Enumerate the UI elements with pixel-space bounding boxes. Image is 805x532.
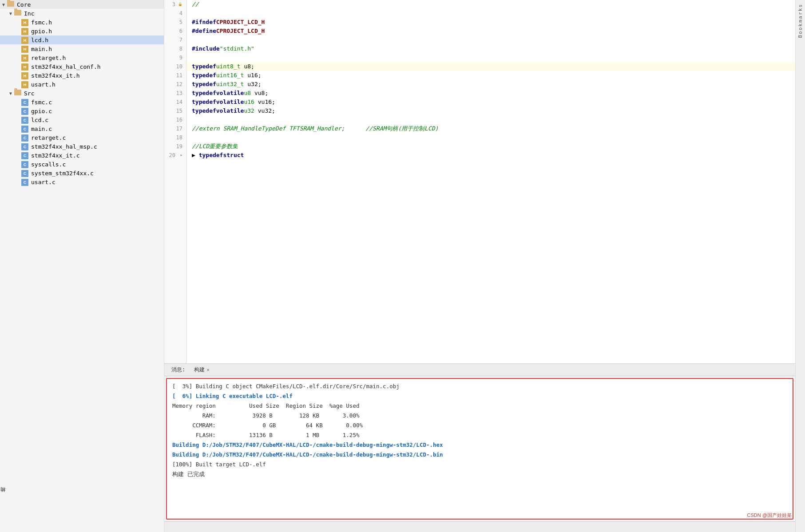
terminal-line-8: Building D:/Job/STM32/F407/CubeMX-HAL/LC… (172, 450, 787, 460)
tree-item-usart-h[interactable]: Husart.h (0, 80, 164, 89)
terminal-line-6: FLASH: 13136 B 1 MB 1.25% (172, 430, 787, 440)
file-tree: ▼Core▼IncHfsmc.hHgpio.hHlcd.hHmain.hHret… (0, 0, 164, 532)
tab-messages[interactable]: 消息: (168, 365, 189, 374)
tree-item-lcd-h[interactable]: Hlcd.h (0, 35, 164, 44)
tree-label-core: Core (17, 1, 31, 8)
h-file-icon-usart-h: H (21, 81, 29, 88)
tree-item-inc[interactable]: ▼Inc (0, 9, 164, 18)
tree-item-stm32f4xx-it-h[interactable]: Hstm32f4xx_it.h (0, 71, 164, 80)
line-num-18: 18 (164, 133, 186, 142)
tree-label-retarget-c: retarget.c (31, 134, 66, 141)
c-file-icon-system-stm32f4xx-c: C (21, 169, 29, 177)
line-num-11: 11 (164, 71, 186, 80)
code-line-18 (186, 133, 795, 142)
main-area: 3🔒4567891011121314151617181920▶ //#ifnde… (164, 0, 795, 532)
code-line-9 (186, 53, 795, 62)
terminal-line-3: Memory region Used Size Region Size %age… (172, 401, 787, 411)
tree-label-usart-c: usart.c (31, 179, 56, 185)
terminal-content[interactable]: [ 3%] Building C object CMakeFiles/LCD-.… (166, 378, 793, 520)
h-file-icon-fsmc-h: H (21, 19, 29, 26)
code-line-19: //LCD重要参数集 (186, 142, 795, 151)
tree-item-main-c[interactable]: Cmain.c (0, 124, 164, 133)
c-file-icon-syscalls-c: C (21, 161, 29, 168)
line-num-6: 6 (164, 27, 186, 35)
tree-label-inc: Inc (24, 10, 34, 17)
tree-label-syscalls-c: syscalls.c (31, 161, 66, 168)
code-line-8: #include "stdint.h" (186, 44, 795, 53)
line-num-10: 10 (164, 62, 186, 71)
tree-label-src: Src (24, 90, 34, 97)
line-num-14: 14 (164, 98, 186, 106)
tab-build[interactable]: 构建× (190, 365, 213, 374)
c-file-icon-gpio-c: C (21, 107, 29, 114)
c-file-icon-stm32f4xx-hal-msp-c: C (21, 143, 29, 150)
status-bar: 结构 (164, 521, 795, 532)
tree-item-fsmc-c[interactable]: Cfsmc.c (0, 98, 164, 106)
c-file-icon-usart-c: C (21, 178, 29, 185)
code-editor: 3🔒4567891011121314151617181920▶ //#ifnde… (164, 0, 795, 363)
code-line-3: // (186, 0, 795, 9)
tree-item-stm32f4xx-it-c[interactable]: Cstm32f4xx_it.c (0, 151, 164, 160)
code-line-15: typedef volatile u32 vu32; (186, 106, 795, 115)
folder-icon-inc (14, 10, 22, 17)
tree-arrow-src: ▼ (7, 91, 14, 96)
tree-arrow-core: ▼ (0, 2, 7, 7)
c-file-icon-main-c: C (21, 125, 29, 132)
h-file-icon-gpio-h: H (21, 28, 29, 35)
tree-item-stm32f4xx-hal-conf-h[interactable]: Hstm32f4xx_hal_conf.h (0, 62, 164, 71)
tree-item-syscalls-c[interactable]: Csyscalls.c (0, 160, 164, 169)
code-line-6: #define CPROJECT_LCD_H (186, 27, 795, 35)
c-file-icon-retarget-c: C (21, 134, 29, 141)
tree-label-retarget-h: retarget.h (31, 55, 66, 61)
tree-label-system-stm32f4xx-c: system_stm32f4xx.c (31, 170, 94, 177)
tree-item-core[interactable]: ▼Core (0, 0, 164, 9)
folder-icon-core (7, 1, 15, 8)
code-line-16 (186, 115, 795, 124)
terminal-line-5: CCMRAM: 0 GB 64 KB 0.00% (172, 421, 787, 430)
tree-item-stm32f4xx-hal-msp-c[interactable]: Cstm32f4xx_hal_msp.c (0, 142, 164, 151)
line-num-13: 13 (164, 89, 186, 98)
tree-item-src[interactable]: ▼Src (0, 89, 164, 98)
terminal-line-9: [100%] Built target LCD-.elf (172, 460, 787, 469)
tree-item-gpio-c[interactable]: Cgpio.c (0, 106, 164, 115)
terminal-line-0: [ 3%] Building C object CMakeFiles/LCD-.… (172, 382, 787, 391)
h-file-icon-retarget-h: H (21, 54, 29, 61)
line-num-7: 7 (164, 35, 186, 44)
bookmarks-label: Bookmarks (797, 0, 803, 42)
watermark: CSDN @国产娃娃菜 (747, 512, 792, 519)
tree-item-usart-c[interactable]: Cusart.c (0, 177, 164, 186)
tree-item-system-stm32f4xx-c[interactable]: Csystem_stm32f4xx.c (0, 169, 164, 177)
code-line-20: ▶ typedef struct (186, 151, 795, 160)
terminal-line-7: Building D:/Job/STM32/F407/CubeMX-HAL/LC… (172, 440, 787, 450)
c-file-icon-stm32f4xx-it-c: C (21, 152, 29, 159)
h-file-icon-stm32f4xx-hal-conf-h: H (21, 63, 29, 70)
tree-item-fsmc-h[interactable]: Hfsmc.h (0, 18, 164, 27)
tree-arrow-inc: ▼ (7, 11, 14, 16)
tree-label-fsmc-h: fsmc.h (31, 19, 52, 26)
line-num-20: 20▶ (164, 151, 186, 160)
code-line-13: typedef volatile u8 vu8; (186, 89, 795, 98)
terminal-line-4: RAM: 3928 B 128 KB 3.00% (172, 411, 787, 421)
line-num-3: 3🔒 (164, 0, 186, 9)
line-num-12: 12 (164, 80, 186, 89)
tree-item-gpio-h[interactable]: Hgpio.h (0, 27, 164, 35)
code-line-5: #ifndef CPROJECT_LCD_H (186, 18, 795, 27)
tree-item-retarget-h[interactable]: Hretarget.h (0, 53, 164, 62)
bottom-panel: 消息:构建× [ 3%] Building C object CMakeFile… (164, 363, 795, 532)
line-num-15: 15 (164, 106, 186, 115)
tab-close-build[interactable]: × (206, 367, 210, 373)
code-lines[interactable]: //#ifndef CPROJECT_LCD_H#define CPROJECT… (186, 0, 795, 363)
code-line-11: typedef uint16_t u16; (186, 71, 795, 80)
line-num-5: 5 (164, 18, 186, 27)
tree-label-fsmc-c: fsmc.c (31, 99, 52, 106)
line-num-9: 9 (164, 53, 186, 62)
tree-label-main-h: main.h (31, 46, 52, 52)
code-line-10: typedef uint8_t u8; (186, 62, 795, 71)
tree-item-retarget-c[interactable]: Cretarget.c (0, 133, 164, 142)
line-num-19: 19 (164, 142, 186, 151)
tree-item-lcd-c[interactable]: Clcd.c (0, 115, 164, 124)
tree-item-main-h[interactable]: Hmain.h (0, 44, 164, 53)
c-file-icon-lcd-c: C (21, 116, 29, 123)
folder-icon-src (14, 90, 22, 97)
tree-label-stm32f4xx-it-c: stm32f4xx_it.c (31, 152, 80, 159)
